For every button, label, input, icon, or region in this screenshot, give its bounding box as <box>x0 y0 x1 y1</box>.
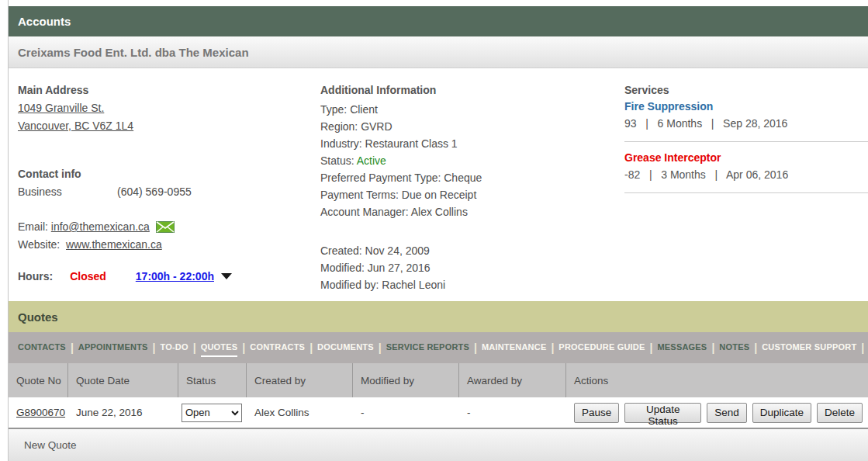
info-region: Region: GVRD <box>320 118 615 135</box>
page-title: Accounts <box>18 15 71 28</box>
tab-separator: | <box>754 341 757 358</box>
new-quote-label: New Quote <box>24 439 77 451</box>
status-select[interactable]: Open <box>182 404 242 422</box>
col-header-actions: Actions <box>566 363 868 397</box>
service-grease-interceptor-link[interactable]: Grease Interceptor <box>624 149 868 166</box>
main-address-column: Main Address 1049 Granville St. Vancouve… <box>18 68 309 282</box>
quotes-section-title: Quotes <box>18 310 58 324</box>
contact-info-heading: Contact info <box>18 168 309 180</box>
hours-row: Hours: Closed 17:00h - 22:00h <box>18 270 309 282</box>
info-status: Status: Active <box>320 152 615 169</box>
top-gap <box>9 0 868 6</box>
quotes-table-header: Quote No Quote Date Status Created by Mo… <box>9 363 868 397</box>
accounts-header: Accounts <box>9 6 868 36</box>
tab-separator: | <box>861 341 864 358</box>
service-details: -82 | 3 Months | Apr 06, 2016 <box>624 166 868 183</box>
info-industry: Industry: Restaurant Class 1 <box>320 135 615 152</box>
record-meta: Created: Nov 24, 2009 Modified: Jun 27, … <box>320 242 615 293</box>
delete-button[interactable]: Delete <box>817 403 863 423</box>
tab-appointments[interactable]: APPOINTMENTS <box>78 342 148 357</box>
tab-separator: | <box>310 341 313 358</box>
website-row: Website: www.themexican.ca <box>18 236 309 254</box>
quote-no-link[interactable]: G8900670 <box>16 407 65 418</box>
pause-button[interactable]: Pause <box>574 403 619 423</box>
info-preferred-payment: Preferred Payment Type: Cheque <box>320 169 615 186</box>
address-line1-link[interactable]: 1049 Granville St. <box>18 99 309 117</box>
col-header-quote-date: Quote Date <box>68 363 178 397</box>
hours-label: Hours: <box>18 270 53 282</box>
duplicate-button[interactable]: Duplicate <box>752 403 811 423</box>
tab-contacts[interactable]: CONTACTS <box>18 342 66 357</box>
website-link[interactable]: www.themexican.ca <box>66 238 162 251</box>
col-header-modified-by: Modified by <box>353 363 459 397</box>
envelope-icon[interactable] <box>156 221 175 233</box>
tab-to-do[interactable]: TO-DO <box>161 342 188 357</box>
info-payment-terms: Payment Terms: Due on Receipt <box>320 186 615 203</box>
new-quote-button[interactable]: New Quote <box>9 428 868 461</box>
tab-customer-support[interactable]: CUSTOMER SUPPORT <box>762 342 856 357</box>
tab-messages[interactable]: MESSAGES <box>657 342 707 357</box>
tab-maintenance[interactable]: MAINTENANCE <box>482 342 546 357</box>
modified-by: - <box>361 407 365 418</box>
tab-service-reports[interactable]: SERVICE REPORTS <box>386 342 469 357</box>
services-column: Services Fire Suppression 93 | 6 Months … <box>624 68 868 200</box>
hours-status: Closed <box>70 270 106 282</box>
quotes-section-header: Quotes <box>9 301 868 332</box>
info-type: Type: Client <box>320 101 615 118</box>
phone-type-label: Business <box>18 183 117 201</box>
tab-separator: | <box>242 341 245 358</box>
tab-procedure-guide[interactable]: PROCEDURE GUIDE <box>558 342 645 357</box>
additional-info-heading: Additional Information <box>320 84 615 96</box>
main-address-heading: Main Address <box>18 84 309 96</box>
col-header-status: Status <box>178 363 247 397</box>
email-label: Email: <box>18 218 48 236</box>
quote-date: June 22, 2016 <box>76 407 143 418</box>
info-modified: Modified: Jun 27, 2016 <box>320 259 615 276</box>
quote-table-row: G8900670 June 22, 2016 Open Alex Collins… <box>9 397 868 428</box>
tab-separator: | <box>379 341 382 358</box>
tab-separator: | <box>474 341 477 358</box>
account-tabs: CONTACTS | APPOINTMENTS | TO-DO | QUOTES… <box>9 332 868 363</box>
email-link[interactable]: info@themexican.ca <box>51 218 150 236</box>
tab-separator: | <box>650 341 653 358</box>
tab-separator: | <box>711 341 714 358</box>
tab-separator: | <box>153 341 156 358</box>
tab-separator: | <box>193 341 196 358</box>
created-by: Alex Collins <box>254 407 310 418</box>
tab-separator: | <box>71 341 74 358</box>
status-badge: Active <box>357 154 386 167</box>
info-modified-by: Modified by: Rachel Leoni <box>320 276 615 293</box>
service-details: 93 | 6 Months | Sep 28, 2016 <box>624 115 868 132</box>
send-button[interactable]: Send <box>707 403 747 423</box>
awarded-by: - <box>467 407 471 418</box>
phone-number: (604) 569-0955 <box>117 183 192 201</box>
chevron-down-icon[interactable] <box>221 273 232 279</box>
col-header-awarded-by: Awarded by <box>459 363 566 397</box>
service-item: Fire Suppression 93 | 6 Months | Sep 28,… <box>624 98 868 142</box>
tab-separator: | <box>551 341 554 358</box>
hours-range-link[interactable]: 17:00h - 22:00h <box>136 270 214 282</box>
tab-notes[interactable]: NOTES <box>719 342 749 357</box>
account-name-bar: Creixams Food Ent. Ltd. dba The Mexican <box>9 36 868 68</box>
address-line2-link[interactable]: Vancouver, BC V6Z 1L4 <box>18 117 309 135</box>
website-label: Website: <box>18 238 60 251</box>
account-name: Creixams Food Ent. Ltd. dba The Mexican <box>18 46 249 59</box>
account-details: Main Address 1049 Granville St. Vancouve… <box>9 68 868 301</box>
service-item: Grease Interceptor -82 | 3 Months | Apr … <box>624 149 868 193</box>
tab-documents[interactable]: DOCUMENTS <box>317 342 374 357</box>
email-row: Email: info@themexican.ca <box>18 218 309 236</box>
status-label: Status: <box>320 154 354 167</box>
col-header-created-by: Created by <box>247 363 353 397</box>
col-header-quote-no: Quote No <box>9 363 68 397</box>
phone-row: Business (604) 569-0955 <box>18 183 309 201</box>
info-account-manager: Account Manager: Alex Collins <box>320 203 615 220</box>
update-status-button[interactable]: Update Status <box>624 403 701 423</box>
page: Accounts Creixams Food Ent. Ltd. dba The… <box>8 0 868 461</box>
tab-quotes[interactable]: QUOTES <box>201 342 238 357</box>
additional-info-column: Additional Information Type: Client Regi… <box>320 68 615 293</box>
info-created: Created: Nov 24, 2009 <box>320 242 615 259</box>
services-heading: Services <box>624 84 868 96</box>
service-fire-suppression-link[interactable]: Fire Suppression <box>624 98 868 115</box>
tab-contracts[interactable]: CONTRACTS <box>250 342 305 357</box>
